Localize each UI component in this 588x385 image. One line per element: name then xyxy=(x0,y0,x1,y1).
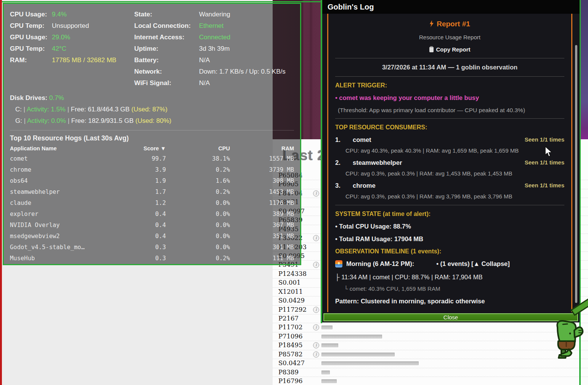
scrollbar-thumb[interactable] xyxy=(575,45,577,303)
usage-bar xyxy=(321,379,337,383)
hog-value: 0.0% xyxy=(166,242,230,253)
hog-app-name: claude xyxy=(10,198,122,209)
divider xyxy=(335,118,564,119)
hogs-column-header[interactable]: Score ▼ xyxy=(122,143,166,153)
stat-value: N/A xyxy=(199,55,210,66)
stat-value: 29.0% xyxy=(52,32,70,43)
divider xyxy=(335,76,564,77)
process-id-label: P71096 xyxy=(278,333,303,340)
stats-column-left: CPU Usage:9.4%CPU Temp:UnsupportedGPU Us… xyxy=(10,9,134,89)
separator: | xyxy=(24,106,27,113)
info-icon[interactable]: i xyxy=(313,307,319,313)
pattern-line: Pattern: Clustered in morning, sporadic … xyxy=(335,298,564,305)
info-icon[interactable]: i xyxy=(313,342,319,348)
process-id-label: P124338 xyxy=(278,270,307,277)
report-heading: Report #1 xyxy=(335,20,564,29)
report-date-line: 3/27/2026 at 11:34 AM — 1 goblin observa… xyxy=(335,64,564,71)
timeline-collapse-control[interactable]: • (1 events) [▲ Collapse] xyxy=(436,260,510,267)
hog-value: 0.4 xyxy=(122,220,166,231)
hog-value: 0.0% xyxy=(166,198,230,209)
consumer-detail: CPU: avg 40.3%, peak 40.3% | RAM: avg 1,… xyxy=(335,147,564,154)
hog-value: 0.4 xyxy=(122,209,166,220)
overlay-divider xyxy=(10,130,294,130)
process-id-label: P11702 xyxy=(278,324,303,331)
goblin-sprite xyxy=(546,319,585,360)
divider xyxy=(335,205,564,205)
hog-value: 38.1% xyxy=(166,153,230,164)
system-state-bullet: • Total RAM Usage: 17904 MB xyxy=(335,235,564,243)
stat-label: GPU Usage: xyxy=(10,32,52,43)
screen: Last 25 P65084P6905P84704iX8271S0.0097P6… xyxy=(0,0,588,385)
hog-value: 351 MB xyxy=(230,231,294,242)
stat-row: Internet Access:Connected xyxy=(134,32,294,43)
process-id-label: S0.0427 xyxy=(278,359,305,367)
info-icon[interactable]: i xyxy=(313,262,319,268)
consumer-rank: 3. xyxy=(335,182,353,189)
consumer-rank: 2. xyxy=(335,159,353,166)
stat-value: 3d 3h 39m xyxy=(199,43,230,55)
process-id-label: P2167 xyxy=(278,315,299,322)
disk-drives-title: Disk Drives: 0.7% xyxy=(10,92,294,104)
stat-row: State:Wandering xyxy=(134,9,294,20)
info-icon[interactable]: i xyxy=(313,190,319,197)
hog-value: 308 MB xyxy=(230,176,294,187)
copy-report-button[interactable]: Copy Report xyxy=(429,46,471,53)
hog-value: 0.3 xyxy=(122,253,166,264)
list-item: P16796 xyxy=(273,377,588,385)
hog-app-name: steamwebhelper xyxy=(10,187,122,198)
divider xyxy=(335,58,564,58)
hog-value: 111 MB xyxy=(230,253,294,264)
stat-label: GPU Temp: xyxy=(10,43,52,55)
drive-free: Free: 61.8/464.3 GB xyxy=(71,106,132,113)
resource-hogs-title: Top 10 Resource Hogs (Last 30s Avg) xyxy=(10,133,294,143)
hog-app-name: comet xyxy=(10,153,122,164)
consumer-name: comet xyxy=(353,136,371,143)
hog-app-name: msedgewebview2 xyxy=(10,231,122,242)
hog-value: 0.2% xyxy=(166,253,230,264)
consumer-row: 3.chromeSeen 1/1 times xyxy=(335,182,564,189)
resource-hogs-header: Application NameScore ▼CPURAM xyxy=(10,143,294,153)
usage-bar xyxy=(321,353,395,356)
clipboard-icon xyxy=(429,47,434,52)
usage-bar xyxy=(321,335,382,338)
list-item: P85782i xyxy=(273,350,588,359)
hogs-column-header: RAM xyxy=(230,143,294,153)
hog-value: 99.7 xyxy=(122,153,166,164)
system-state-list: • Total CPU Usage: 88.7%• Total RAM Usag… xyxy=(335,223,564,243)
stat-row: GPU Temp:42°C xyxy=(10,43,134,55)
info-icon[interactable]: i xyxy=(313,324,319,330)
close-button[interactable]: Close xyxy=(323,313,578,321)
drive-line: C: | Activity: 1.5% | Free: 61.8/464.3 G… xyxy=(10,104,294,115)
process-id-label: P8389 xyxy=(278,369,299,376)
hog-value: 301 MB xyxy=(230,242,294,253)
disk-drives-label: Disk Drives: xyxy=(10,94,47,101)
system-state-heading: SYSTEM STATE (at time of alert): xyxy=(335,211,564,217)
sunrise-icon xyxy=(335,260,342,267)
info-icon[interactable]: i xyxy=(313,235,319,241)
goblins-log-window: Goblin's Log Report #1 Resource Usage Re… xyxy=(322,0,580,322)
stat-label: Battery: xyxy=(134,55,199,66)
hog-value: 0.2% xyxy=(166,187,230,198)
hog-value: 1176 MB xyxy=(230,198,294,209)
usage-bar xyxy=(321,325,333,329)
hog-value: 3739 MB xyxy=(230,164,294,176)
hog-value: 0.4 xyxy=(122,231,166,242)
process-id-label: P16796 xyxy=(278,377,303,385)
lightning-bolt-icon xyxy=(429,20,434,29)
mouse-cursor xyxy=(545,146,553,159)
hog-value: 1.6% xyxy=(166,176,230,187)
alert-trigger-text: • comet was keeping your computer a litt… xyxy=(335,94,564,101)
usage-bar xyxy=(321,343,338,347)
info-icon[interactable]: i xyxy=(313,351,319,358)
drive-activity: Activity: 0.0% xyxy=(27,117,68,124)
drive-line: G: | Activity: 0.0% | Free: 182.9/931.5 … xyxy=(10,115,294,127)
stat-label: Local Connection: xyxy=(134,20,199,32)
consumer-detail: CPU: avg 0.3%, peak 0.3% | RAM: avg 3,79… xyxy=(335,193,564,200)
drive-used: (Used: 80%) xyxy=(135,117,171,124)
usage-bar xyxy=(321,371,330,374)
hogs-column-header: CPU xyxy=(166,143,230,153)
timeline-entry: ├ 11:34 AM | comet | CPU: 88.7% | RAM: 1… xyxy=(335,274,564,281)
top-consumers-list: 1.cometSeen 1/1 timesCPU: avg 40.3%, pea… xyxy=(335,136,564,200)
alert-threshold-text: (Threshold: App was primary load contrib… xyxy=(335,107,564,114)
consumer-rank: 1. xyxy=(335,136,353,143)
